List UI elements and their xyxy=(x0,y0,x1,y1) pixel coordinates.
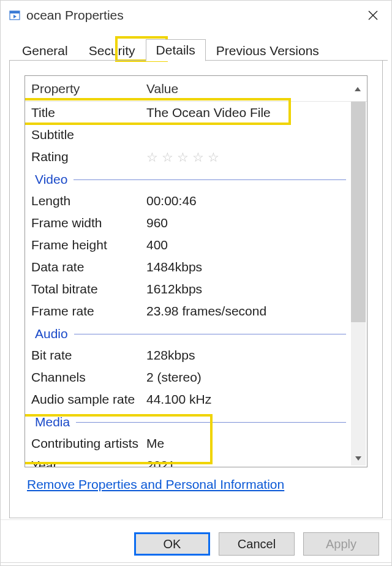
prop-totalbitrate: Total bitrate xyxy=(31,282,146,296)
prop-rating: Rating xyxy=(31,149,146,164)
scrollbar-thumb[interactable] xyxy=(351,102,366,322)
scroll-up-button[interactable] xyxy=(349,82,367,95)
row-framerate[interactable]: Frame rate 23.98 frames/second xyxy=(25,300,350,322)
prop-frameheight: Frame height xyxy=(31,238,146,252)
row-datarate[interactable]: Data rate 1484kbps xyxy=(25,256,350,278)
video-file-icon xyxy=(9,10,20,21)
rating-stars-icon[interactable]: ☆☆☆☆☆ xyxy=(146,151,350,164)
prop-artists: Contributing artists xyxy=(31,436,146,451)
val-framerate: 23.98 frames/second xyxy=(146,304,350,319)
group-video: Video xyxy=(25,168,350,190)
prop-bitrate: Bit rate xyxy=(31,348,146,363)
prop-channels: Channels xyxy=(31,370,146,385)
prop-samplerate: Audio sample rate xyxy=(31,392,146,407)
group-audio-label: Audio xyxy=(35,326,74,341)
details-pane: Property Value Title The Ocean Video Fil… xyxy=(9,61,383,518)
row-length[interactable]: Length 00:00:46 xyxy=(25,190,350,212)
group-video-rule xyxy=(74,179,346,180)
close-button[interactable] xyxy=(361,4,385,26)
tab-details[interactable]: Details xyxy=(146,39,206,61)
ok-button[interactable]: OK xyxy=(134,532,210,556)
prop-framewidth: Frame width xyxy=(31,216,146,230)
row-rating[interactable]: Rating ☆☆☆☆☆ xyxy=(25,146,350,168)
bottom-edge xyxy=(0,562,392,566)
column-property[interactable]: Property xyxy=(25,81,146,96)
group-audio: Audio xyxy=(25,322,350,344)
val-frameheight: 400 xyxy=(146,238,350,252)
prop-subtitle: Subtitle xyxy=(31,127,146,142)
val-totalbitrate: 1612kbps xyxy=(146,282,350,296)
group-media-label: Media xyxy=(35,415,76,429)
row-framewidth[interactable]: Frame width 960 xyxy=(25,212,350,234)
dialog-buttons: OK Cancel Apply xyxy=(1,519,391,565)
remove-properties-link[interactable]: Remove Properties and Personal Informati… xyxy=(27,477,382,492)
group-media: Media xyxy=(25,410,350,432)
row-frameheight[interactable]: Frame height 400 xyxy=(25,234,350,256)
row-subtitle[interactable]: Subtitle xyxy=(25,124,350,146)
close-icon xyxy=(368,10,379,21)
group-media-rule xyxy=(76,422,346,423)
tab-security[interactable]: Security xyxy=(78,40,146,61)
prop-year: Year xyxy=(31,458,146,467)
vertical-scrollbar[interactable] xyxy=(351,102,366,466)
apply-button[interactable]: Apply xyxy=(303,532,379,556)
val-samplerate: 44.100 kHz xyxy=(146,392,350,407)
tab-general[interactable]: General xyxy=(12,40,78,61)
val-length: 00:00:46 xyxy=(146,194,350,208)
prop-datarate: Data rate xyxy=(31,260,146,274)
cancel-button[interactable]: Cancel xyxy=(219,532,295,556)
val-datarate: 1484kbps xyxy=(146,260,350,274)
column-value[interactable]: Value xyxy=(146,81,349,96)
val-framewidth: 960 xyxy=(146,216,350,230)
svg-rect-1 xyxy=(10,11,20,13)
list-header: Property Value xyxy=(25,76,367,102)
group-video-label: Video xyxy=(35,172,74,187)
row-samplerate[interactable]: Audio sample rate 44.100 kHz xyxy=(25,388,350,410)
tab-strip: General Security Details Previous Versio… xyxy=(1,28,391,61)
val-title: The Ocean Video File xyxy=(146,105,350,120)
window-title: ocean Properties xyxy=(26,8,361,23)
prop-framerate: Frame rate xyxy=(31,304,146,319)
prop-length: Length xyxy=(31,194,146,208)
row-artists[interactable]: Contributing artists Me xyxy=(25,432,350,455)
row-bitrate[interactable]: Bit rate 128kbps xyxy=(25,344,350,366)
row-title[interactable]: Title The Ocean Video File xyxy=(25,102,350,124)
tab-previous-versions[interactable]: Previous Versions xyxy=(206,40,330,61)
properties-dialog: ocean Properties General Security Detail… xyxy=(0,0,392,566)
row-totalbitrate[interactable]: Total bitrate 1612kbps xyxy=(25,278,350,300)
list-body: Title The Ocean Video File Subtitle Rati… xyxy=(25,102,350,467)
prop-title: Title xyxy=(31,105,146,120)
titlebar: ocean Properties xyxy=(1,1,391,28)
val-year: 2021 xyxy=(146,458,350,467)
scroll-down-button[interactable] xyxy=(351,452,366,466)
group-audio-rule xyxy=(74,334,346,334)
val-artists: Me xyxy=(146,436,350,451)
val-channels: 2 (stereo) xyxy=(146,370,350,385)
properties-list: Property Value Title The Ocean Video Fil… xyxy=(24,75,368,467)
svg-marker-5 xyxy=(355,87,361,91)
row-year[interactable]: Year 2021 xyxy=(25,455,350,467)
row-channels[interactable]: Channels 2 (stereo) xyxy=(25,366,350,388)
svg-marker-6 xyxy=(355,456,361,461)
val-bitrate: 128kbps xyxy=(146,348,350,363)
